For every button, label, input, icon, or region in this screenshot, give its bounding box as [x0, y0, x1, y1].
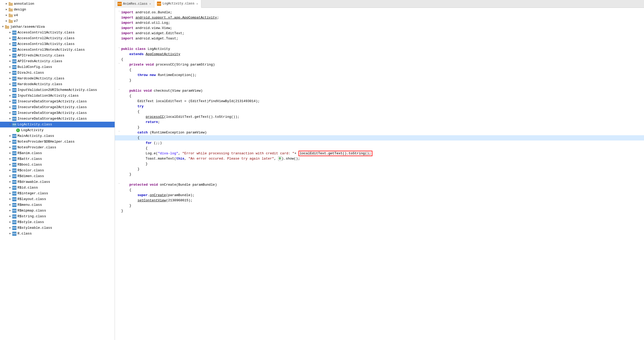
tree-item-MainActivity[interactable]: ▶010MainActivity.class — [0, 133, 115, 139]
tree-item-design[interactable]: ▶design — [0, 7, 115, 13]
tree-item-label: InputValidation3Activity.class — [17, 93, 79, 98]
folder-icon — [8, 13, 13, 18]
tree-item-label: AccessControl3Activity.class — [17, 42, 74, 47]
green-circle-icon: C — [16, 128, 20, 133]
svg-rect-7 — [9, 19, 10, 20]
folder-icon — [5, 25, 9, 29]
tree-item-label: R$string.class — [17, 214, 46, 219]
tree-item-v4[interactable]: ▶v4 — [0, 13, 115, 18]
tree-item-RSmenu[interactable]: ▶010R$menu.class — [0, 202, 115, 208]
tree-item-RSattr[interactable]: ▶010R$attr.class — [0, 156, 115, 162]
fold-gutter[interactable]: − — [117, 182, 121, 185]
class-icon: 010 — [12, 191, 17, 196]
expand-icon: ▶ — [8, 76, 12, 81]
tree-item-label: AccessControl3NotesActivity.class — [17, 47, 85, 52]
tab-AnimRes[interactable]: 010AnimRes.class✕ — [115, 0, 154, 8]
fold-gutter[interactable]: − — [117, 130, 121, 133]
tree-item-NotesProviderDBHelper[interactable]: ▶010NotesProvider$DBHelper.class — [0, 139, 115, 145]
tree-item-AccessControl2Activity[interactable]: ▶010AccessControl2Activity.class — [0, 36, 115, 41]
tree-item-InsecureDataStorage3Activity[interactable]: ▶010InsecureDataStorage3Activity.class — [0, 110, 115, 116]
tree-item-RSbool[interactable]: ▶010R$bool.class — [0, 162, 115, 168]
svg-rect-9 — [5, 25, 7, 26]
code-line-content: } — [121, 208, 642, 214]
tab-close-button[interactable]: ✕ — [149, 2, 152, 5]
tree-item-v7[interactable]: ▶v7 — [0, 18, 115, 24]
fold-gutter[interactable]: − — [117, 88, 121, 91]
expand-icon: ▼ — [8, 122, 12, 127]
tree-item-label: Hardcode2Activity.class — [17, 76, 64, 81]
code-area[interactable]: −import android.os.Bundle;import android… — [115, 8, 644, 340]
tree-item-LogActivity_sub[interactable]: CLogActivity — [0, 127, 115, 133]
tree-item-RSid[interactable]: ▶010R$id.class — [0, 185, 115, 191]
tree-item-InputValidation2URISchemeActivity[interactable]: ▶010InputValidation2URISchemeActivity.cl… — [0, 87, 115, 93]
tree-item-label: R.class — [17, 231, 32, 236]
tree-item-APICreds2Activity[interactable]: ▶010APICreds2Activity.class — [0, 53, 115, 58]
code-line-content: } — [121, 125, 642, 130]
code-line-content: return; — [121, 120, 642, 125]
tree-item-RSanim[interactable]: ▶010R$anim.class — [0, 150, 115, 156]
tree-item-label: annotation — [14, 1, 34, 7]
code-line-39: } — [115, 208, 644, 214]
fold-gutter[interactable]: − — [117, 46, 121, 49]
tree-item-LogActivity_class[interactable]: ▼010LogActivity.class — [0, 122, 115, 127]
svg-rect-4 — [9, 14, 13, 17]
tree-item-RSmipmap[interactable]: ▶010R$mipmap.class — [0, 208, 115, 214]
expand-icon: ▶ — [8, 214, 12, 219]
svg-rect-8 — [5, 26, 9, 29]
tree-item-AccessControl3NotesActivity[interactable]: ▶010AccessControl3NotesActivity.class — [0, 47, 115, 53]
fold-gutter[interactable]: − — [117, 62, 121, 65]
tree-item-label: InsecureDataStorage3Activity.class — [17, 110, 87, 116]
code-line-7 — [115, 41, 644, 46]
code-line-content: import android.widget.Toast; — [121, 36, 642, 41]
expand-icon: ▶ — [8, 82, 12, 87]
code-editor-panel: 010AnimRes.class✕010LogActivity.class✕ −… — [115, 0, 644, 340]
tree-item-label: LogActivity — [21, 128, 44, 133]
class-icon: 010 — [12, 76, 17, 81]
tree-item-RSinteger[interactable]: ▶010R$integer.class — [0, 191, 115, 196]
tree-item-RScolor[interactable]: ▶010R$color.class — [0, 168, 115, 173]
tree-item-BuildConfig[interactable]: ▶010BuildConfig.class — [0, 64, 115, 70]
tree-item-RSdrawable[interactable]: ▶010R$drawable.class — [0, 179, 115, 185]
code-line-23: } — [115, 125, 644, 130]
code-line-content: Log.e("diva-log", "Error while processin… — [121, 151, 642, 156]
code-line-5: import android.widget.EditText; — [115, 31, 644, 36]
fold-gutter[interactable]: − — [117, 10, 121, 13]
tree-item-NotesProvider[interactable]: ▶010NotesProvider.class — [0, 145, 115, 150]
tree-item-RSstyleable[interactable]: ▶010R$styleable.class — [0, 225, 115, 231]
tree-item-Hardcode2Activity[interactable]: ▶010Hardcode2Activity.class — [0, 76, 115, 81]
tab-label: LogActivity.class — [162, 2, 194, 5]
tree-item-RSlayout[interactable]: ▶010R$layout.class — [0, 196, 115, 202]
tree-item-label: R$mipmap.class — [17, 208, 46, 213]
tree-item-jakhar_aseem_diva[interactable]: ▼jakhar/aseem/diva — [0, 24, 115, 30]
tab-close-button[interactable]: ✕ — [196, 2, 199, 5]
code-line-12: { — [115, 67, 644, 73]
tree-item-AccessControl1Activity[interactable]: ▶010AccessControl1Activity.class — [0, 30, 115, 36]
code-line-29: Toast.makeText(this, "An error occured. … — [115, 156, 644, 161]
tab-LogActivity[interactable]: 010LogActivity.class✕ — [154, 0, 201, 8]
tree-item-InsecureDataStorage1Activity[interactable]: ▶010InsecureDataStorage1Activity.class — [0, 99, 115, 104]
tree-item-AccessControl3Activity[interactable]: ▶010AccessControl3Activity.class — [0, 41, 115, 47]
code-line-content: } — [121, 78, 642, 83]
tree-item-R[interactable]: ▶010R.class — [0, 231, 115, 237]
tree-item-RSdimen[interactable]: ▶010R$dimen.class — [0, 173, 115, 179]
class-icon: 010 — [12, 134, 17, 138]
tree-item-annotation[interactable]: ▶annotation — [0, 1, 115, 7]
code-line-content: import android.util.Log; — [121, 20, 642, 26]
folder-icon — [8, 19, 13, 24]
tree-item-InsecureDataStorage4Activity[interactable]: ▶010InsecureDataStorage4Activity.class — [0, 116, 115, 122]
tree-item-DivaJni[interactable]: ▶010DivaJni.class — [0, 70, 115, 76]
tree-item-HardcodeActivity[interactable]: ▶010HardcodeActivity.class — [0, 81, 115, 87]
code-line-content: } — [121, 172, 642, 177]
tree-item-APICredsActivity[interactable]: ▶010APICredsActivity.class — [0, 58, 115, 64]
tree-item-label: R$bool.class — [17, 162, 42, 167]
svg-rect-5 — [9, 14, 10, 15]
code-line-content: extends AppCompatActivity — [121, 52, 642, 57]
tree-item-InputValidation3Activity[interactable]: ▶010InputValidation3Activity.class — [0, 93, 115, 99]
tree-item-InsecureDataStorage2Activity[interactable]: ▶010InsecureDataStorage2Activity.class — [0, 104, 115, 110]
tree-item-RSstyle[interactable]: ▶010R$style.class — [0, 219, 115, 225]
class-icon: 010 — [12, 174, 17, 179]
tree-item-RSstring[interactable]: ▶010R$string.class — [0, 214, 115, 219]
folder-icon — [8, 2, 13, 6]
code-line-22: return; — [115, 120, 644, 125]
expand-icon: ▶ — [8, 87, 12, 93]
